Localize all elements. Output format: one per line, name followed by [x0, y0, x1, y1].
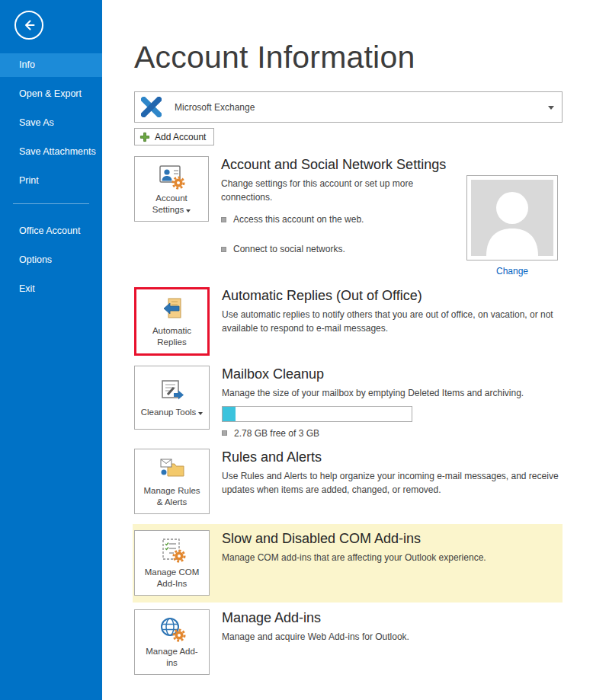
section-description: Manage COM add-ins that are affecting yo…	[222, 551, 556, 564]
bullet-text: Access this account on the web.	[233, 214, 364, 225]
automatic-replies-button[interactable]: Automatic Replies	[134, 287, 210, 356]
account-selector[interactable]: Microsoft Exchange	[134, 91, 563, 123]
tile-label: Account Settings	[140, 193, 203, 216]
section-title: Manage Add-ins	[222, 610, 563, 626]
tile-label: Manage Add-ins	[141, 646, 204, 669]
section-com-addins: Manage COM Add-Ins Slow and Disabled COM…	[134, 530, 556, 596]
section-mailbox-cleanup: Cleanup Tools Mailbox Cleanup Manage the…	[134, 366, 563, 439]
account-settings-icon	[158, 162, 185, 190]
sidebar-divider	[13, 203, 89, 204]
sidebar-item-exit[interactable]: Exit	[0, 277, 102, 301]
account-settings-button[interactable]: Account Settings	[134, 156, 209, 222]
cleanup-tools-icon	[159, 376, 186, 404]
add-account-label: Add Account	[155, 132, 206, 142]
page-title: Account Information	[134, 40, 563, 75]
tile-label: Manage Rules & Alerts	[141, 485, 204, 508]
sidebar-item-print[interactable]: Print	[0, 169, 102, 193]
section-title: Slow and Disabled COM Add-ins	[222, 531, 556, 547]
account-information-pane: Account Information Microsoft Exchange A…	[102, 0, 593, 700]
bullet-icon	[221, 247, 226, 252]
section-title: Automatic Replies (Out of Office)	[222, 288, 563, 304]
automatic-replies-icon	[159, 295, 186, 322]
web-addins-icon	[159, 615, 186, 643]
mailbox-usage-bar	[222, 406, 412, 422]
bullet-icon	[221, 217, 226, 222]
tile-label: Automatic Replies	[141, 325, 204, 348]
dropdown-arrow-icon	[548, 106, 554, 110]
com-addins-icon	[159, 536, 186, 564]
manage-addins-button[interactable]: Manage Add-ins	[134, 609, 210, 675]
person-silhouette-icon	[471, 180, 553, 256]
dropdown-caret-icon	[186, 209, 191, 213]
cleanup-tools-button[interactable]: Cleanup Tools	[134, 366, 210, 430]
sidebar-item-office-account[interactable]: Office Account	[0, 219, 102, 243]
sidebar-item-info[interactable]: Info	[0, 53, 102, 77]
tile-label: Cleanup Tools	[141, 407, 204, 418]
com-addins-highlight-band: Manage COM Add-Ins Slow and Disabled COM…	[133, 524, 563, 603]
section-account-settings: Account Settings Account and Social Netw…	[134, 156, 563, 277]
section-description: Use Rules and Alerts to help organize yo…	[222, 469, 563, 497]
backstage-nav: Info Open & Export Save As Save Attachme…	[0, 53, 102, 306]
sidebar-item-save-attachments[interactable]: Save Attachments	[0, 140, 102, 164]
dropdown-caret-icon	[198, 412, 203, 415]
mailbox-usage-fill	[223, 407, 236, 421]
bullet-item: Connect to social networks.	[221, 244, 466, 254]
sidebar-item-open-export[interactable]: Open & Export	[0, 82, 102, 106]
add-account-button[interactable]: Add Account	[134, 128, 214, 145]
storage-text: 2.78 GB free of 3 GB	[234, 428, 319, 439]
section-title: Account and Social Network Settings	[221, 157, 466, 173]
back-button[interactable]	[14, 11, 43, 40]
bullet-text: Connect to social networks.	[233, 244, 345, 254]
outlook-backstage-window: Info Open & Export Save As Save Attachme…	[0, 0, 593, 700]
exchange-icon	[141, 97, 162, 117]
section-description: Manage and acquire Web Add-ins for Outlo…	[222, 630, 563, 644]
sidebar-item-options[interactable]: Options	[0, 248, 102, 272]
backstage-sidebar: Info Open & Export Save As Save Attachme…	[0, 0, 102, 700]
tile-label: Manage COM Add-Ins	[141, 567, 204, 590]
bullet-item: Access this account on the web.	[221, 214, 466, 225]
section-description: Use automatic replies to notify others t…	[222, 308, 563, 335]
user-photo-area: Change	[466, 175, 558, 277]
user-photo-placeholder	[466, 175, 558, 261]
sections: Account Settings Account and Social Netw…	[134, 156, 563, 675]
section-automatic-replies: Automatic Replies Automatic Replies (Out…	[134, 287, 563, 356]
section-title: Mailbox Cleanup	[222, 366, 563, 382]
section-description: Manage the size of your mailbox by empty…	[222, 386, 563, 400]
plus-icon	[139, 132, 150, 142]
bullet-icon	[222, 430, 227, 436]
change-photo-link[interactable]: Change	[496, 266, 528, 276]
manage-com-addins-button[interactable]: Manage COM Add-Ins	[134, 530, 210, 596]
sidebar-item-save-as[interactable]: Save As	[0, 111, 102, 135]
rules-alerts-icon	[159, 455, 186, 482]
section-title: Rules and Alerts	[222, 449, 563, 465]
account-selector-value: Microsoft Exchange	[175, 102, 255, 113]
storage-info: 2.78 GB free of 3 GB	[222, 428, 563, 439]
back-arrow-icon	[21, 18, 37, 33]
section-description: Change settings for this account or set …	[221, 177, 466, 204]
section-rules-alerts: Manage Rules & Alerts Rules and Alerts U…	[134, 449, 563, 514]
manage-rules-alerts-button[interactable]: Manage Rules & Alerts	[134, 449, 210, 514]
section-manage-addins: Manage Add-ins Manage Add-ins Manage and…	[134, 609, 563, 675]
